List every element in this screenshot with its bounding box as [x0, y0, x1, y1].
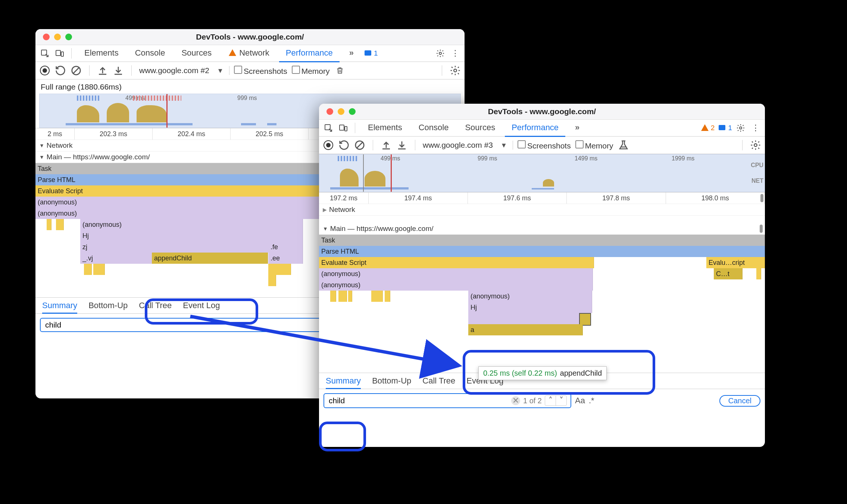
memory-checkbox[interactable]: Memory	[575, 140, 613, 150]
flame-tooltip: 0.25 ms (self 0.22 ms)appendChild	[478, 366, 607, 380]
flame-parse-html[interactable]: Parse HTML	[319, 246, 765, 257]
kebab-icon[interactable]: ⋮	[450, 48, 461, 59]
svg-rect-8	[340, 125, 344, 130]
case-toggle[interactable]: Aa	[575, 396, 585, 406]
tab-summary[interactable]: Summary	[42, 301, 77, 314]
download-icon[interactable]	[396, 140, 407, 151]
close-window-button[interactable]	[43, 34, 50, 40]
tab-console[interactable]: Console	[128, 45, 172, 62]
close-window-button[interactable]	[326, 108, 333, 115]
record-button[interactable]	[323, 140, 334, 151]
flame-anonymous[interactable]: (anonymous)	[319, 279, 593, 291]
more-tabs[interactable]: »	[343, 45, 360, 62]
overview-tick: 1999 ms	[672, 155, 694, 162]
flame-anonymous[interactable]: (anonymous)	[319, 268, 593, 279]
screenshots-checkbox[interactable]: Screenshots	[518, 140, 571, 150]
gear-icon[interactable]	[435, 48, 446, 59]
cancel-button[interactable]: Cancel	[719, 395, 760, 407]
timeline-ruler[interactable]: 197.2 ms 197.4 ms 197.6 ms 197.8 ms 198.…	[319, 192, 765, 204]
download-icon[interactable]	[113, 65, 124, 76]
regex-toggle[interactable]: .*	[589, 396, 594, 406]
zoom-window-button[interactable]	[65, 34, 72, 40]
warnings-badge[interactable]: 2	[700, 123, 715, 132]
tab-elements[interactable]: Elements	[361, 119, 409, 137]
gear-icon[interactable]	[750, 140, 761, 151]
window-title: DevTools - www.google.com/	[319, 107, 765, 116]
reload-icon[interactable]	[55, 65, 66, 76]
devtools-panel-tabs: Elements Console Sources Performance » 2…	[319, 120, 765, 137]
flame-task[interactable]: Task	[319, 235, 765, 246]
flame-anonymous[interactable]: (anonymous)	[80, 219, 303, 230]
flame-ct[interactable]: C…t	[714, 268, 743, 279]
devtools-panel-tabs: Elements Console Sources Network Perform…	[35, 45, 465, 62]
tab-call-tree[interactable]: Call Tree	[139, 301, 172, 314]
minimize-window-button[interactable]	[338, 108, 344, 115]
clear-icon[interactable]	[354, 140, 365, 151]
screenshots-checkbox[interactable]: Screenshots	[234, 66, 287, 76]
flame-fn-a[interactable]: a	[468, 324, 583, 335]
flame-fn-hj[interactable]: Hj	[468, 302, 592, 313]
clear-icon[interactable]	[71, 65, 82, 76]
tab-bottom-up[interactable]: Bottom-Up	[88, 301, 128, 314]
scrollbar-thumb[interactable]	[760, 225, 763, 233]
network-track-header[interactable]: ▶Network	[319, 204, 765, 216]
scrollbar-thumb[interactable]	[760, 194, 763, 202]
broom-icon[interactable]	[618, 140, 629, 151]
record-button[interactable]	[39, 65, 50, 76]
device-toggle-icon[interactable]	[54, 48, 65, 59]
gear-icon[interactable]	[450, 65, 461, 76]
main-track-header[interactable]: ▼Main — https://www.google.com/	[319, 223, 765, 235]
tab-network[interactable]: Network	[221, 45, 276, 62]
tab-sources[interactable]: Sources	[458, 119, 502, 137]
flame-fn-vj[interactable]: _.vj	[80, 253, 153, 264]
flame-evaluate-script[interactable]: Evaluate Script	[319, 257, 594, 268]
issues-badge[interactable]: 1	[718, 123, 732, 132]
prev-match-icon[interactable]: ˄	[545, 396, 556, 406]
tab-bottom-up[interactable]: Bottom-Up	[372, 376, 411, 389]
trash-icon[interactable]	[334, 65, 346, 76]
recording-select[interactable]: www.google.com #2▾	[139, 66, 229, 75]
device-toggle-icon[interactable]	[338, 122, 349, 134]
reload-icon[interactable]	[338, 140, 350, 151]
next-match-icon[interactable]: ˅	[556, 396, 566, 406]
inspect-icon[interactable]	[39, 48, 50, 59]
perf-toolbar: www.google.com #3▾ Screenshots Memory	[319, 137, 765, 154]
perf-overview[interactable]: 499 ms 999 ms 1499 ms 1999 ms CPU NET	[319, 154, 765, 192]
tab-summary[interactable]: Summary	[326, 376, 361, 389]
tab-sources[interactable]: Sources	[175, 45, 218, 62]
overview-net-label: NET	[751, 178, 763, 184]
more-tabs[interactable]: »	[568, 119, 586, 137]
search-input[interactable]	[328, 396, 508, 406]
tab-elements[interactable]: Elements	[78, 45, 125, 62]
issues-badge[interactable]: 1	[363, 49, 378, 58]
tab-performance[interactable]: Performance	[505, 119, 565, 137]
search-input-wrapper[interactable]: ✕ 1 of 2 ˄˅	[324, 393, 571, 408]
upload-icon[interactable]	[381, 140, 392, 151]
flame-anonymous[interactable]: (anonymous)	[468, 291, 592, 302]
tab-event-log[interactable]: Event Log	[183, 301, 220, 314]
minimize-window-button[interactable]	[54, 34, 61, 40]
svg-rect-10	[719, 125, 725, 130]
clear-search-icon[interactable]: ✕	[511, 396, 520, 405]
flame-fn-hj[interactable]: Hj	[80, 230, 303, 241]
tab-performance[interactable]: Performance	[279, 45, 340, 62]
gear-icon[interactable]	[735, 122, 746, 134]
memory-checkbox[interactable]: Memory	[292, 66, 330, 76]
svg-point-4	[439, 52, 441, 54]
flame-fn-ee[interactable]: .ee	[268, 253, 303, 264]
tab-call-tree[interactable]: Call Tree	[422, 376, 455, 389]
kebab-icon[interactable]: ⋮	[750, 122, 761, 134]
flame-fn[interactable]	[468, 313, 581, 326]
search-nav-buttons[interactable]: ˄˅	[545, 395, 567, 406]
tab-console[interactable]: Console	[412, 119, 456, 137]
zoom-window-button[interactable]	[349, 108, 356, 115]
inspect-icon[interactable]	[323, 122, 334, 134]
flame-evaluate-script-2[interactable]: Evalu…cript	[706, 257, 765, 268]
flame-fn-zj[interactable]: zj	[80, 241, 269, 253]
flame-fn-fe[interactable]: .fe	[268, 241, 303, 253]
recording-select[interactable]: www.google.com #3▾	[423, 141, 513, 150]
upload-icon[interactable]	[97, 65, 108, 76]
window-title: DevTools - www.google.com/	[35, 32, 465, 41]
flame-chart[interactable]: Task Parse HTML Evaluate Script Evalu…cr…	[319, 235, 765, 373]
flame-append-child[interactable]: appendChild	[152, 253, 268, 264]
